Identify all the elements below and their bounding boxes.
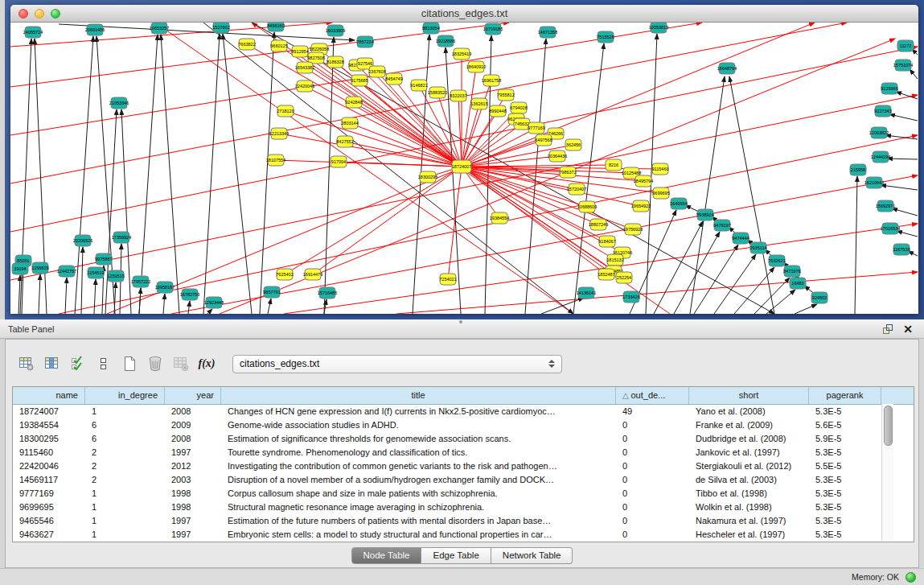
network-node[interactable]: 1852487 [598, 269, 614, 280]
network-node[interactable]: 15692971 [876, 200, 895, 212]
network-node[interactable]: 6497568 [535, 134, 552, 146]
network-node[interactable]: 9184067 [598, 236, 615, 247]
network-node[interactable]: 17359924 [112, 232, 131, 243]
network-node[interactable]: 12093822 [869, 127, 889, 138]
network-node[interactable]: 12442757 [57, 266, 76, 277]
network-node[interactable]: 15720407 [567, 183, 586, 195]
network-node[interactable]: 917004 [331, 156, 347, 167]
network-node[interactable]: 18807249 [589, 219, 608, 230]
network-node[interactable]: 7625402 [276, 269, 293, 280]
network-node[interactable]: 2803144 [341, 117, 358, 129]
network-node[interactable]: 10719185 [483, 23, 503, 35]
network-node[interactable]: 1154519 [87, 267, 104, 278]
column-visibility-icon[interactable] [41, 352, 64, 375]
network-node[interactable]: 9146821 [410, 80, 427, 91]
network-node[interactable]: 18300295 [418, 171, 437, 183]
table-row[interactable]: 946362711997Embryonic stem cells: a mode… [13, 528, 914, 542]
network-node[interactable]: 1167533 [893, 244, 910, 255]
table-row[interactable]: 1872400712008Changes of HCN gene express… [13, 405, 914, 418]
network-node[interactable]: 19958187 [155, 282, 175, 293]
network-node[interactable]: 5938924 [696, 209, 713, 220]
network-node[interactable]: 12923448 [204, 297, 224, 308]
network-node[interactable]: 7986372 [559, 167, 576, 178]
column-header-pagerank[interactable]: pagerank [809, 387, 881, 404]
function-builder-icon[interactable]: f(x) [195, 352, 218, 375]
network-node[interactable]: 8186328 [326, 56, 343, 68]
network-node[interactable]: 9857791 [263, 286, 280, 298]
vertical-scrollbar[interactable] [881, 404, 893, 541]
network-node[interactable]: 19384554 [490, 212, 509, 224]
network-node[interactable]: 2935114 [749, 242, 766, 253]
table-row[interactable]: 946554611997Estimation of the future num… [13, 514, 914, 528]
tab-node-table[interactable]: Node Table [351, 547, 422, 564]
splitter-handle[interactable] [459, 320, 462, 323]
delete-icon[interactable] [144, 352, 166, 375]
network-node[interactable]: 8471676 [783, 266, 800, 277]
network-node[interactable]: 20364436 [548, 150, 567, 162]
close-window-button[interactable] [18, 9, 28, 19]
network-node[interactable]: 17957222 [131, 276, 150, 287]
column-header-in_degree[interactable]: in_degree [85, 387, 165, 404]
network-node[interactable]: 9474444 [732, 233, 749, 244]
network-node[interactable]: 10653257 [150, 23, 169, 34]
new-document-icon[interactable] [118, 352, 141, 375]
network-node[interactable]: 9242848 [345, 97, 362, 108]
network-node[interactable]: 7632621 [768, 255, 785, 266]
network-node[interactable]: 924502 [811, 292, 827, 303]
network-node[interactable]: 16648794 [717, 63, 737, 74]
network-node[interactable]: 10553819 [649, 23, 668, 33]
network-node[interactable]: 39194 [12, 263, 28, 274]
network-node[interactable]: 7515526 [597, 31, 614, 43]
network-node[interactable]: 6479197 [713, 220, 730, 231]
network-node[interactable]: 1362615 [470, 98, 487, 109]
tab-edge-table[interactable]: Edge Table [421, 547, 491, 564]
table-row[interactable]: 969969511998Structural magnetic resonanc… [13, 501, 914, 514]
network-node[interactable]: 7254021 [439, 274, 456, 285]
network-node[interactable]: 1156829 [31, 262, 48, 274]
network-node[interactable]: 8813054 [422, 23, 439, 34]
network-node[interactable]: 8466160 [267, 23, 284, 31]
table-row[interactable]: 1938455462009Genome-wide association stu… [13, 418, 914, 432]
network-node[interactable]: 22420046 [295, 80, 314, 92]
network-node[interactable]: 7955812 [497, 89, 514, 101]
network-node[interactable]: 17016534 [881, 223, 900, 234]
zoom-window-button[interactable] [51, 9, 60, 19]
network-node[interactable]: 8912954 [291, 46, 308, 57]
network-node[interactable]: 16483 [790, 278, 806, 289]
table-row[interactable]: 1830029562008Estimation of significance … [13, 432, 914, 446]
network-node[interactable]: 15751074 [893, 60, 913, 71]
network-node[interactable]: 1640954 [670, 198, 687, 209]
network-node[interactable]: 19756928 [623, 224, 643, 235]
network-node[interactable]: 21053346 [109, 97, 129, 109]
network-node[interactable]: 9175685 [351, 75, 368, 86]
table-row[interactable]: 1456911722003Disruption of a novel membe… [13, 473, 914, 487]
network-node[interactable]: 12444194 [871, 151, 890, 163]
network-node[interactable]: 215958 [850, 164, 866, 175]
network-node[interactable]: 28495794 [634, 175, 653, 187]
tab-network-table[interactable]: Network Table [491, 547, 573, 564]
table-row[interactable]: 2242004622012Investigating the contribut… [13, 459, 914, 473]
network-node[interactable]: 14671358 [538, 27, 557, 38]
scrollbar-thumb[interactable] [884, 406, 893, 446]
close-icon[interactable]: ✕ [903, 323, 913, 335]
network-node[interactable]: 8216 [606, 159, 622, 171]
column-header-year[interactable]: year [165, 387, 221, 404]
network-node[interactable]: 16210643 [864, 177, 884, 188]
network-node[interactable]: 16914479 [303, 269, 322, 280]
table-row[interactable]: 911546021997Tourette syndrome. Phenomeno… [13, 446, 914, 459]
column-header-title[interactable]: title [221, 387, 616, 404]
delete-table-icon[interactable] [170, 352, 192, 375]
network-node[interactable]: 14136141 [577, 287, 596, 299]
network-node[interactable]: 9227343 [874, 105, 891, 117]
network-node[interactable]: 6794028 [510, 102, 527, 113]
network-node[interactable]: 1733426 [622, 291, 639, 303]
network-node[interactable]: 18640910 [466, 61, 486, 72]
column-header-name[interactable]: name [13, 387, 85, 404]
network-node[interactable]: 16961758 [482, 75, 501, 86]
network-node[interactable]: 19654923 [631, 200, 651, 212]
network-node[interactable]: 19218586 [436, 35, 455, 47]
network-node[interactable]: 16543382 [295, 62, 314, 73]
network-node[interactable]: 1527602 [212, 23, 229, 33]
network-node[interactable]: 7663822 [238, 39, 255, 50]
network-node[interactable]: 9777169 [528, 122, 544, 134]
